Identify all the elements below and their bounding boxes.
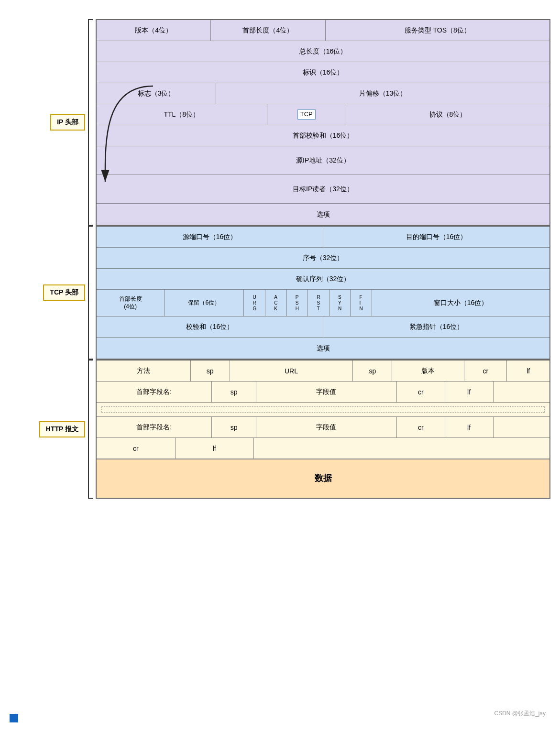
ip-protocol-cell: 协议（8位） — [346, 104, 549, 125]
ip-src-cell: 源IP地址（32位） — [97, 146, 549, 175]
blue-bar-decoration — [10, 714, 18, 722]
ip-row-9: 选项 — [97, 204, 549, 225]
ip-tos-cell: 服务类型 TOS（8位） — [326, 20, 550, 41]
http-row-1: 方法 sp URL sp 版本 cr lf — [97, 361, 549, 382]
http-empty3-cell — [254, 438, 549, 459]
http-data-cell: 数据 — [97, 459, 549, 498]
ip-row-2: 总长度（16位） — [97, 41, 549, 62]
http-lf4-cell: lf — [176, 438, 254, 459]
http-label-col: HTTP 报文 — [10, 360, 96, 499]
http-section: HTTP 报文 方法 sp URL sp 版本 cr lf 首部字 — [10, 360, 550, 499]
tcp-flag-psh: PSH — [287, 290, 308, 316]
http-row-4: 首部字段名: sp 字段值 cr lf — [97, 417, 549, 438]
http-fieldname2-cell: 首部字段名: — [97, 417, 212, 437]
tcp-row-4: 首部长度(4位) 保留（6位） URG ACK PSH RST SYN FIN … — [97, 290, 549, 317]
http-cr4-cell: cr — [97, 438, 176, 459]
tcp-flag-rst: RST — [308, 290, 329, 316]
ip-header-label: IP 头部 — [50, 114, 85, 131]
tcp-row-1: 源端口号（16位） 目的端口号（16位） — [97, 227, 549, 248]
ip-id-cell: 标识（16位） — [97, 62, 549, 83]
ip-row-3: 标识（16位） — [97, 62, 549, 83]
tcp-header-label: TCP 头部 — [43, 284, 85, 301]
tcp-checksum-cell: 校验和（16位） — [97, 317, 323, 337]
ip-row-1: 版本（4位） 首部长度（4位） 服务类型 TOS（8位） — [97, 20, 549, 41]
http-sp3-cell: sp — [212, 382, 256, 402]
http-fieldval2-cell: 字段值 — [256, 417, 397, 437]
ip-content-area: 版本（4位） 首部长度（4位） 服务类型 TOS（8位） 总长度（16位） 标识… — [96, 19, 550, 226]
tcp-hdr-len-cell: 首部长度(4位) — [97, 290, 165, 316]
http-sp2-cell: sp — [353, 361, 392, 381]
tcp-box: TCP — [297, 109, 316, 120]
tcp-row-3: 确认序列（32位） — [97, 269, 549, 290]
http-fieldval1-cell: 字段值 — [256, 382, 397, 402]
tcp-urgent-cell: 紧急指针（16位） — [323, 317, 549, 337]
tcp-row-2: 序号（32位） — [97, 248, 549, 269]
tcp-reserved-cell: 保留（6位） — [165, 290, 244, 316]
tcp-flag-syn: SYN — [329, 290, 351, 316]
tcp-dst-port-cell: 目的端口号（16位） — [323, 227, 549, 247]
tcp-seq-cell: 序号（32位） — [97, 248, 549, 268]
ip-checksum-cell: 首部校验和（16位） — [97, 125, 549, 146]
http-lf3-cell: lf — [445, 417, 494, 437]
tcp-src-port-cell: 源端口号（16位） — [97, 227, 323, 247]
http-sp1-cell: sp — [191, 361, 230, 381]
http-row-5: cr lf — [97, 438, 549, 459]
http-dashed-cell — [101, 406, 545, 413]
http-empty1-cell — [494, 382, 549, 402]
ip-row-5: TTL（8位） TCP 协议（8位） — [97, 104, 549, 125]
http-cr2-cell: cr — [397, 382, 445, 402]
http-sp4-cell: sp — [212, 417, 256, 437]
tcp-options-cell: 选项 — [97, 338, 549, 359]
ip-total-length-cell: 总长度（16位） — [97, 41, 549, 62]
tcp-row-5: 校验和（16位） 紧急指针（16位） — [97, 317, 549, 338]
ip-fragment-cell: 片偏移（13位） — [216, 83, 549, 104]
ip-flags-cell: 标志（3位） — [97, 83, 216, 104]
ip-label-col: IP 头部 — [10, 19, 96, 226]
http-message-label: HTTP 报文 — [39, 421, 85, 437]
http-url-cell: URL — [230, 361, 353, 381]
tcp-label-col: TCP 头部 — [10, 226, 96, 360]
http-empty2-cell — [494, 417, 549, 437]
ip-ttl-cell: TTL（8位） — [97, 104, 267, 125]
tcp-flag-urg: URG — [244, 290, 265, 316]
ip-row-6: 首部校验和（16位） — [97, 125, 549, 146]
http-lf2-cell: lf — [445, 382, 494, 402]
http-row-2: 首部字段名: sp 字段值 cr lf — [97, 382, 549, 403]
ip-protocol-tcp-cell: TCP — [267, 104, 346, 125]
http-row-3-dashed — [97, 403, 549, 417]
ip-row-4: 标志（3位） 片偏移（13位） — [97, 83, 549, 104]
http-lf1-cell: lf — [507, 361, 549, 381]
ip-options-cell: 选项 — [97, 204, 549, 225]
tcp-row-6: 选项 — [97, 338, 549, 359]
tcp-flag-fin: FIN — [351, 290, 372, 316]
ip-dst-cell: 目标IP读者（32位） — [97, 175, 549, 203]
tcp-flag-ack: ACK — [265, 290, 287, 316]
http-version-cell: 版本 — [392, 361, 464, 381]
ip-section: IP 头部 版本（4位） 首部长度（4位） 服务类型 TOS（8位） 总长度（1… — [10, 19, 550, 226]
http-fieldname1-cell: 首部字段名: — [97, 382, 212, 402]
http-data-row: 数据 — [97, 459, 549, 498]
tcp-content-area: 源端口号（16位） 目的端口号（16位） 序号（32位） 确认序列（32位） 首… — [96, 226, 550, 360]
ip-version-cell: 版本（4位） — [97, 20, 211, 41]
tcp-window-cell: 窗口大小（16位） — [372, 290, 549, 316]
main-container: IP 头部 版本（4位） 首部长度（4位） 服务类型 TOS（8位） 总长度（1… — [10, 10, 550, 722]
http-method-cell: 方法 — [97, 361, 191, 381]
tcp-ack-cell: 确认序列（32位） — [97, 269, 549, 289]
http-cr3-cell: cr — [397, 417, 445, 437]
tcp-section: TCP 头部 源端口号（16位） 目的端口号（16位） 序号（32位） 确认序列… — [10, 226, 550, 360]
ip-header-length-cell: 首部长度（4位） — [211, 20, 325, 41]
http-content-area: 方法 sp URL sp 版本 cr lf 首部字段名: sp 字段值 cr l… — [96, 360, 550, 499]
ip-row-8: 目标IP读者（32位） — [97, 175, 549, 204]
http-cr1-cell: cr — [464, 361, 507, 381]
watermark: CSDN @张孟浩_jay — [494, 710, 546, 718]
ip-row-7: 源IP地址（32位） — [97, 146, 549, 175]
